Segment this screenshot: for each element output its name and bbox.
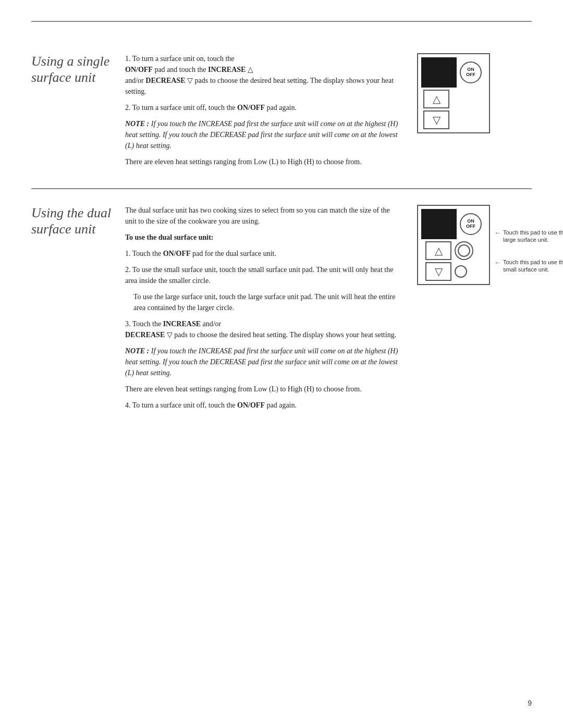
step1-text-c: and/or (125, 77, 145, 84)
dual-step4-decrease: DECREASE (125, 331, 165, 339)
note2-label: NOTE : (125, 347, 149, 355)
diagram2: ON OFF △ ▽ (417, 205, 490, 285)
dual-step4: 3. Touch the INCREASE and/or DECREASE ▽ … (125, 318, 401, 340)
section1-diagram: ON OFF △ ▽ (417, 53, 532, 172)
step1-down-arrow: ▽ (187, 77, 193, 84)
note1-label: NOTE : (125, 120, 149, 128)
dual-step5-onoff: ON/OFF (237, 401, 265, 409)
dual-step1: 1. Touch the ON/OFF pad for the dual sur… (125, 248, 401, 259)
step2-onoff: ON/OFF (237, 104, 265, 112)
diag1-off-label: OFF (466, 72, 475, 78)
diagram2-wrap: ON OFF △ ▽ (417, 205, 563, 285)
diag1-black-rect (421, 57, 457, 88)
note2-text: If you touch the INCREASE pad first the … (125, 347, 398, 377)
diag2-black-rect (421, 209, 457, 239)
dual-step5-number: 4. (125, 401, 131, 409)
label-large-arrow: ← (494, 229, 501, 236)
section1-title: Using a single surface unit (31, 53, 125, 172)
to-use-bold: To use the dual surface unit: (125, 233, 213, 241)
section2-title: Using the dual surface unit (31, 205, 125, 416)
note1-text: If you touch the INCREASE pad first the … (125, 120, 398, 150)
label-small-text: Touch this pad to use the small surface … (503, 258, 563, 274)
step1-up-arrow: △ (248, 66, 253, 73)
dual-step4-text-a: Touch the (132, 320, 163, 328)
label-large-line: ← Touch this pad to use the large surfac… (494, 229, 563, 244)
step1-number: 1. (125, 55, 131, 63)
diag1-arrow-up: △ (423, 90, 449, 108)
diag2-arrow-up: △ (425, 241, 451, 260)
note2: NOTE : If you touch the INCREASE pad fir… (125, 346, 401, 378)
diagram1: ON OFF △ ▽ (417, 53, 490, 133)
diag1-onoff-btn: ON OFF (460, 61, 482, 83)
section1-body: 1. To turn a surface unit on, touch the … (125, 53, 417, 172)
extra2: There are eleven heat settings ranging f… (125, 384, 401, 394)
extra1: There are eleven heat settings ranging f… (125, 156, 401, 167)
diag2-onoff-btn: ON OFF (460, 213, 482, 235)
step1-text-a: To turn a surface unit on, touch the (132, 55, 235, 63)
section-single-unit: Using a single surface unit 1. To turn a… (31, 38, 532, 189)
dual-step2-number: 2. (125, 266, 131, 274)
dual-step4-text-b2: and/or (201, 320, 221, 328)
step1-onoff: ON/OFF (125, 66, 153, 73)
label-small-line: ← Touch this pad to use the small surfac… (494, 258, 563, 274)
dual-step5-text-b2: pad again. (265, 401, 297, 409)
diagram2-top-row: ON OFF (421, 209, 482, 239)
diag2-circle-small (455, 265, 467, 278)
note1: NOTE : If you touch the INCREASE pad fir… (125, 118, 401, 151)
diag2-off-label: OFF (466, 224, 475, 229)
section2-body: The dual surface unit has two cooking si… (125, 205, 417, 416)
dual-step1-onoff: ON/OFF (163, 250, 191, 257)
dual-step3-text: To use the large surface unit, touch the… (133, 291, 401, 313)
step1-increase: INCREASE (208, 66, 246, 73)
label-small-arrow: ← (494, 259, 501, 266)
dual-step1-text-b2: pad for the dual surface unit. (191, 250, 276, 257)
dual-step1-number: 1. (125, 250, 131, 257)
diag2-arrow-down: ▽ (425, 262, 451, 281)
diag2-circle-large (455, 241, 473, 260)
dual-step5-text-a: To turn a surface unit off, touch the (132, 401, 237, 409)
section-dual-unit: Using the dual surface unit The dual sur… (31, 189, 532, 431)
step1: 1. To turn a surface unit on, touch the … (125, 53, 401, 97)
label-large-text: Touch this pad to use the large surface … (503, 229, 563, 244)
dual-step2: 2. To use the small surface unit, touch … (125, 264, 401, 286)
step2-text-b2: pad again. (265, 104, 297, 112)
diag2-circle-inner (458, 244, 470, 257)
top-rule (31, 21, 532, 22)
intro2: The dual surface unit has two cooking si… (125, 205, 401, 227)
step1-text-b2: pad and touch the (153, 66, 208, 73)
step2-number: 2. (125, 104, 131, 112)
to-use-label: To use the dual surface unit: (125, 232, 401, 243)
page: Using a single surface unit 1. To turn a… (0, 0, 563, 463)
diagram2-labels: ← Touch this pad to use the large surfac… (494, 205, 563, 273)
step2-text-a: To turn a surface unit off, touch the (132, 104, 236, 112)
dual-step4-text-c2: pads to choose the desired heat setting.… (174, 331, 396, 339)
page-number: 9 (528, 699, 532, 707)
diagram1-top-row: ON OFF (421, 57, 482, 88)
dual-step2-text-a: To use the small surface unit, touch the… (125, 266, 393, 285)
dual-step5: 4. To turn a surface unit off, touch the… (125, 400, 401, 411)
dual-step4-increase: INCREASE (163, 320, 201, 328)
dual-step4-number: 3. (125, 320, 131, 328)
diagram2-mid-row: △ (423, 241, 473, 260)
diagram2-bot-row: ▽ (423, 262, 467, 281)
dual-step1-text-a: Touch the (132, 250, 163, 257)
diag1-arrow-down: ▽ (423, 110, 449, 129)
step2: 2. To turn a surface unit off, touch the… (125, 102, 401, 113)
step1-decrease: DECREASE (145, 77, 185, 84)
section2-diagram: ON OFF △ ▽ (417, 205, 532, 416)
